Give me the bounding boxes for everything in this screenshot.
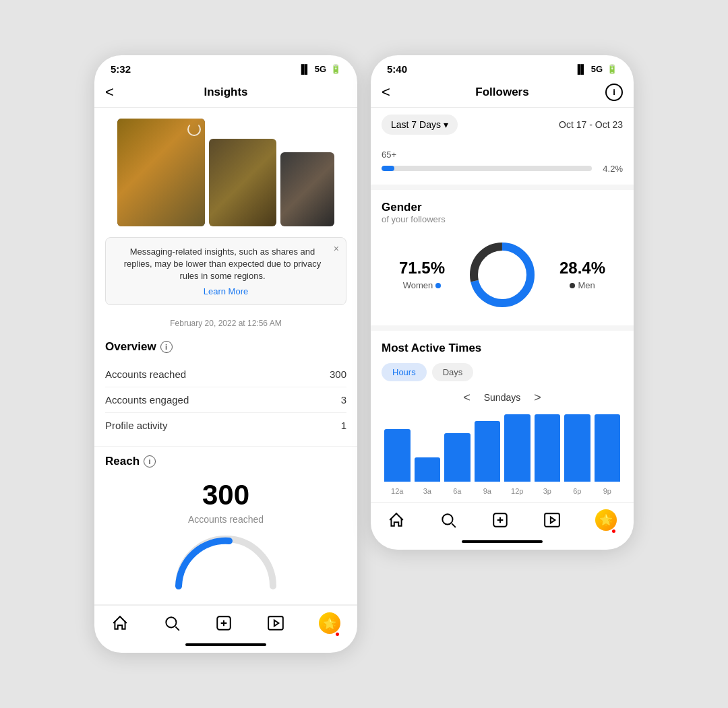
overview-info-icon[interactable]: i	[160, 341, 173, 353]
age-bar-fill	[382, 166, 394, 171]
age-bar-pct: 4.2%	[597, 164, 623, 174]
bar-12a: 12a	[384, 414, 411, 495]
left-phone: 5:32 ▐▌ 5G 🔋 < Insights	[94, 55, 357, 653]
food-image-1	[117, 119, 205, 226]
reach-info-icon[interactable]: i	[144, 455, 156, 468]
back-button-right[interactable]: <	[382, 84, 390, 101]
svg-point-0	[166, 618, 177, 628]
accounts-reached-label: Accounts reached	[105, 368, 186, 380]
date-pill-label: Last 7 Days	[391, 119, 441, 130]
profile-avatar-left: 🌟	[319, 612, 340, 634]
bar-block-3p	[535, 414, 561, 482]
overview-title: Overview i	[105, 340, 346, 354]
learn-more-link[interactable]: Learn More	[115, 286, 336, 296]
bar-block-6p	[564, 414, 590, 482]
nav-profile-left[interactable]: 🌟	[319, 612, 340, 634]
back-button-left[interactable]: <	[105, 84, 114, 101]
most-active-section: Most Active Times Hours Days < Sundays >…	[371, 331, 634, 502]
current-day: Sundays	[484, 392, 520, 403]
reach-title: Reach i	[105, 455, 346, 468]
next-day-button[interactable]: >	[534, 391, 541, 405]
most-active-title: Most Active Times	[382, 342, 623, 355]
accounts-reached-value: 300	[330, 368, 346, 380]
arch-chart	[105, 536, 346, 596]
gender-chart-area: 71.5% Women 28.4%	[382, 238, 623, 312]
status-bar-left: 5:32 ▐▌ 5G 🔋	[94, 55, 357, 80]
media-thumb-small[interactable]	[280, 152, 334, 226]
men-stat: 28.4% Men	[559, 259, 605, 290]
svg-marker-16	[551, 517, 555, 523]
chevron-down-icon: ▾	[444, 119, 448, 130]
bottom-nav-right: 🌟	[371, 502, 634, 535]
bar-block-3a	[415, 457, 441, 482]
nav-reels-left[interactable]	[267, 614, 284, 632]
media-thumb-main[interactable]	[117, 119, 205, 226]
reach-section: Reach i 300 Accounts reached	[94, 447, 357, 605]
close-notice-button[interactable]: ×	[334, 243, 339, 254]
women-dot	[435, 283, 441, 288]
svg-line-1	[176, 627, 179, 631]
age-bar-section: 65+ 4.2%	[371, 141, 634, 190]
tab-row: Hours Days	[382, 363, 623, 381]
nav-search-left[interactable]	[163, 614, 181, 632]
nav-home-left[interactable]	[111, 614, 129, 632]
profile-activity-value: 1	[341, 420, 346, 431]
svg-rect-15	[545, 513, 559, 527]
nav-reels-right[interactable]	[543, 511, 561, 529]
gender-title: Gender	[382, 201, 623, 214]
tab-hours[interactable]: Hours	[382, 363, 427, 381]
post-timestamp: February 20, 2022 at 12:56 AM	[94, 311, 357, 332]
profile-activity-label: Profile activity	[105, 420, 168, 431]
signal-icon-left: ▐▌	[298, 64, 310, 74]
time-left: 5:32	[111, 63, 131, 75]
women-stat: 71.5% Women	[399, 259, 445, 290]
bar-12p: 12p	[504, 414, 530, 495]
network-left: 5G	[315, 64, 326, 74]
svg-line-11	[452, 523, 456, 527]
insights-title: Insights	[204, 86, 247, 99]
media-thumb-side[interactable]	[209, 139, 276, 226]
network-right: 5G	[591, 64, 603, 74]
date-range-label: Oct 17 - Oct 23	[559, 119, 623, 130]
men-dot	[570, 283, 575, 288]
nav-profile-right[interactable]: 🌟	[595, 509, 617, 531]
nav-add-left[interactable]	[215, 614, 233, 632]
bar-9p: 9p	[595, 414, 621, 495]
tab-days[interactable]: Days	[432, 363, 474, 381]
home-indicator-right	[462, 540, 543, 543]
date-filter-pill[interactable]: Last 7 Days ▾	[382, 115, 458, 135]
nav-home-right[interactable]	[388, 511, 405, 529]
signal-icon-right: ▐▌	[574, 64, 586, 74]
insights-header: < Insights	[94, 80, 357, 108]
bar-3a: 3a	[415, 414, 441, 495]
status-icons-right: ▐▌ 5G 🔋	[574, 64, 617, 74]
bar-6p: 6p	[564, 414, 590, 495]
app-container: 5:32 ▐▌ 5G 🔋 < Insights	[94, 55, 634, 653]
media-row	[94, 108, 357, 232]
bar-label-12a: 12a	[391, 487, 403, 495]
time-right: 5:40	[387, 63, 407, 75]
notice-text: Messaging-related insights, such as shar…	[115, 246, 336, 283]
followers-info-button[interactable]: i	[605, 84, 623, 101]
gender-subtitle: of your followers	[382, 214, 623, 224]
day-nav: < Sundays >	[382, 391, 623, 405]
refresh-icon-1	[187, 123, 201, 136]
bar-block-6a	[444, 433, 471, 482]
nav-add-right[interactable]	[491, 511, 509, 529]
bar-label-6a: 6a	[453, 487, 461, 495]
date-filter-row: Last 7 Days ▾ Oct 17 - Oct 23	[371, 108, 634, 141]
gender-section: Gender of your followers 71.5% Women	[371, 190, 634, 331]
status-icons-left: ▐▌ 5G 🔋	[298, 64, 341, 74]
prev-day-button[interactable]: <	[463, 391, 471, 405]
nav-search-right[interactable]	[439, 511, 457, 529]
accounts-reached-row: Accounts reached 300	[105, 362, 346, 387]
privacy-notice: × Messaging-related insights, such as sh…	[105, 237, 346, 306]
profile-avatar-right: 🌟	[595, 509, 617, 531]
svg-rect-5	[268, 617, 283, 631]
men-label: Men	[578, 280, 595, 290]
women-legend: Women	[403, 280, 442, 290]
home-indicator-left	[185, 643, 266, 646]
women-label: Women	[403, 280, 433, 290]
bar-label-9p: 9p	[603, 487, 611, 495]
notification-dot-left	[336, 633, 339, 636]
